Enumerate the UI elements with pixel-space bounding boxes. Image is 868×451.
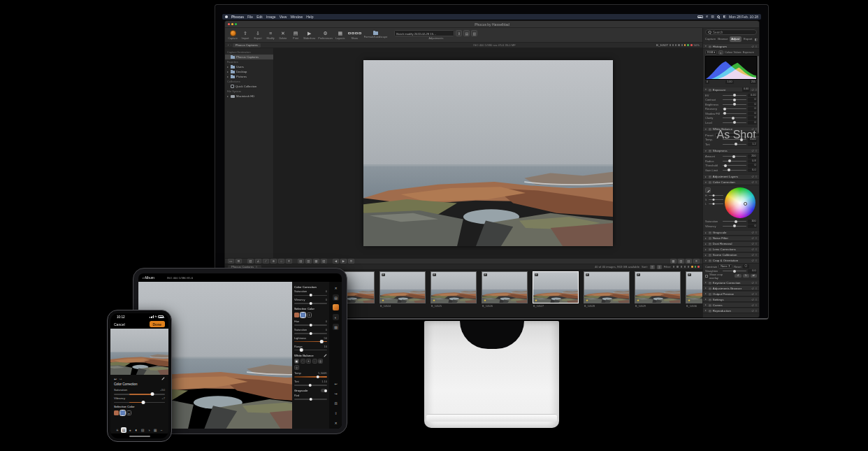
panel-toggle-icon[interactable]: ◧ [755,38,758,41]
disclosure-icon[interactable]: ▾ [705,259,707,262]
overlay-a-icon[interactable]: ▤ [298,259,304,264]
slider-track[interactable] [294,324,327,325]
fullscreen-icon[interactable]: ⊡ [348,259,354,264]
disclosure-icon[interactable]: ▸ [705,231,707,234]
chevron-right-icon[interactable]: ▸ [227,94,229,98]
prev-icon[interactable]: ◀ [333,259,339,264]
disclosure-icon[interactable]: ▸ [705,281,707,284]
rotate-left-icon[interactable]: ↺ [735,274,741,278]
iphone-slider-saturation[interactable]: Saturation+50 [114,388,165,395]
slider-track[interactable] [723,165,746,166]
tab-capture[interactable]: Capture [704,36,716,42]
preset-select[interactable]: As Shot ⇕ [715,133,759,137]
tab-adjust[interactable]: Adjust [730,36,742,42]
section-menu-icon[interactable]: ≡ [755,287,757,290]
slider-level[interactable]: Level0 [703,120,759,125]
reset-icon[interactable]: ↺ [751,248,753,251]
thumbnail-B_10524[interactable]: 3F★B_10524 [379,271,426,313]
chevron-right-icon[interactable]: ▸ [227,75,229,78]
slider-vibrancy[interactable]: Vibrancy0 [703,224,759,229]
section-header-grayscale[interactable]: ▸▤Grayscale↺≡ [703,230,759,236]
section-menu-icon[interactable]: ≡ [755,180,757,184]
section-header-settings[interactable]: ▸▤Settings↺≡ [703,296,759,302]
info-icon[interactable]: ≡ [693,259,700,264]
menu-phocus[interactable]: Phocus [231,15,244,19]
batch-modify-field[interactable]: Batch modify 2022-02-28 15… [394,30,454,36]
star-icon[interactable]: ★ [382,299,384,302]
ipad-slider-vibrancy[interactable]: Vibrancy0 [294,298,327,304]
apple-logo-icon[interactable] [225,15,228,18]
reset-icon[interactable]: ↺ [751,292,753,296]
sort-desc-icon[interactable]: ▥ [657,265,662,269]
toolbar-item-formats[interactable]: Formats/Landscape [364,31,388,38]
disclosure-icon[interactable]: ▸ [705,287,707,289]
slider-track[interactable] [723,161,746,162]
slider-knob[interactable] [141,401,145,404]
menu-edit[interactable]: Edit [256,15,263,19]
done-button[interactable]: Done [150,321,166,327]
star-icon[interactable]: ★ [484,299,486,302]
back-button[interactable]: ‹ Album [143,275,154,280]
contrast-icon[interactable]: ◐ [133,427,139,433]
close-icon[interactable]: ✕ [333,285,339,291]
slider-track[interactable] [723,170,746,171]
section-menu-icon[interactable]: ≡ [755,259,757,262]
section-header-reproduction[interactable]: ▸▤Reproduction↺≡ [703,308,759,313]
nav-back-icon[interactable]: ‹ [228,43,229,47]
reset-icon[interactable]: ↺ [751,231,753,234]
star-icon[interactable]: ★ [637,299,639,302]
slider-track[interactable] [723,99,746,100]
slider-knob[interactable] [309,294,312,297]
eyedropper-icon[interactable] [324,354,326,357]
section-menu-icon[interactable]: ≡ [755,88,757,92]
curves-icon[interactable]: ~ [159,427,164,433]
eyedropper-button[interactable] [705,187,711,193]
section-menu-icon[interactable]: ≡ [755,253,757,257]
chevron-right-icon[interactable]: ▸ [227,65,229,69]
section-menu-icon[interactable]: ≡ [755,292,757,296]
grid-medium-icon[interactable]: ▥ [678,259,684,264]
slider-knob[interactable] [733,94,736,96]
ipad-slider-hue[interactable]: Hue0 [294,320,327,326]
disclosure-icon[interactable]: ▸ [705,292,707,295]
star-icon[interactable]: ★ [688,299,690,302]
paste-adjustments-icon[interactable]: ▥ [471,30,477,36]
section-menu-icon[interactable]: ≡ [755,149,757,152]
toolbar-item-show[interactable]: Show [348,30,361,40]
slider-knob[interactable] [309,332,312,336]
disclosure-icon[interactable]: ▸ [705,248,707,251]
histogram-icon[interactable]: ▤ [333,294,339,301]
delete-icon[interactable]: ✕ [333,420,339,426]
compare-icon[interactable]: ⊟ [333,400,339,406]
mini-slider-h[interactable]: H [705,194,723,197]
disclosure-icon[interactable]: ▸ [705,254,707,257]
ipad-slider-saturation[interactable]: Saturation0 [294,289,327,296]
wb-cloudy-icon[interactable]: ◠ [301,359,305,364]
next-icon[interactable]: ▶ [340,259,347,264]
toolbar-item-export[interactable]: ⇩Export [253,30,263,40]
disclosure-icon[interactable]: ▸ [705,237,707,240]
section-menu-icon[interactable]: ≡ [755,242,757,245]
menubar-clock[interactable]: Mon 28 Feb. 10:28 [729,15,758,19]
chevron-right-icon[interactable]: ▸ [227,70,229,73]
color-icon[interactable]: ● [127,427,133,433]
slider-track[interactable] [723,144,746,145]
slider-gain-limit[interactable]: Gain Limit6.0 [703,168,759,173]
menu-help[interactable]: Help [306,15,313,19]
section-header-sharpness[interactable]: ▾▤Sharpness↺≡ [703,148,759,154]
slider-track[interactable] [723,122,746,123]
thumbnail-B_10525[interactable]: 3F★B_10525 [431,271,477,313]
disclosure-icon[interactable]: ▸ [705,298,707,301]
slider-track[interactable] [294,333,327,334]
slider-knob[interactable] [150,392,154,396]
grayscale-toggle[interactable] [321,389,327,392]
slider-knob[interactable] [309,324,312,327]
slider-knob[interactable] [723,108,726,110]
wb-fluorescent-icon[interactable]: ▥ [318,359,323,364]
thumbnail-B_10527[interactable]: 3F★B_10527 [533,271,579,313]
slider-track[interactable] [723,226,746,227]
section-menu-icon[interactable]: ≡ [755,298,757,301]
toolbar-item-layouts[interactable]: ▦Layouts [335,30,345,40]
section-header-lens-corrections[interactable]: ▸▤Lens Corrections↺≡ [703,247,759,252]
wb-daylight-icon[interactable]: ☀ [306,359,311,364]
